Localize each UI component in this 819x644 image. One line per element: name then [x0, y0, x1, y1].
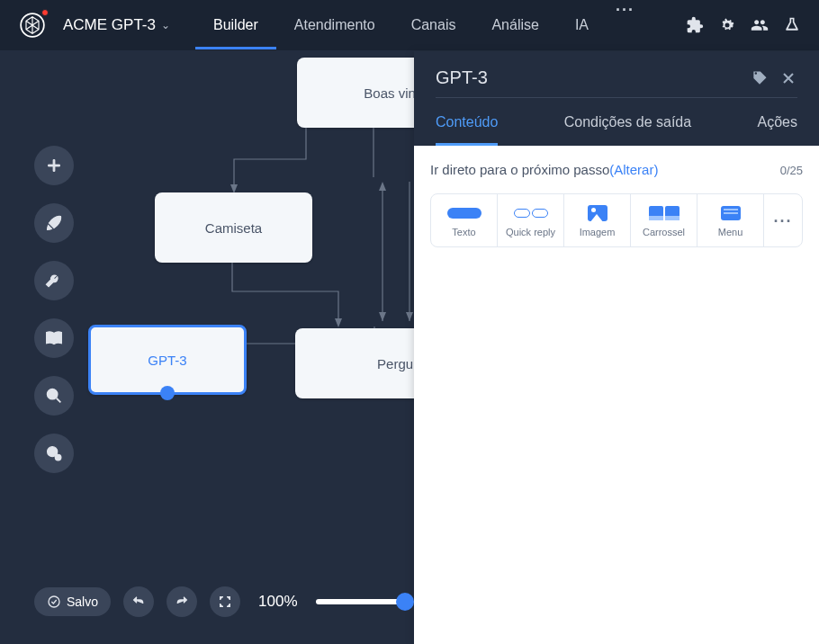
- globe-button[interactable]: [34, 434, 74, 473]
- zoom-slider[interactable]: [316, 599, 406, 604]
- ctype-label: Carrossel: [643, 227, 685, 237]
- ctype-quickreply[interactable]: Quick reply: [498, 194, 564, 246]
- skip-step-row: Ir direto para o próximo passo (Alterar)…: [414, 162, 819, 188]
- wrench-icon: [44, 271, 64, 291]
- nav-tab-ia[interactable]: IA: [557, 1, 607, 49]
- close-icon[interactable]: [779, 69, 797, 87]
- nav-more-button[interactable]: ···: [607, 1, 644, 49]
- nav-tab-builder[interactable]: Builder: [195, 1, 276, 49]
- redo-button[interactable]: [166, 586, 197, 617]
- redo-icon: [175, 595, 189, 609]
- rocket-button[interactable]: [34, 203, 74, 243]
- ctype-texto[interactable]: Texto: [431, 194, 498, 246]
- check-circle-icon: [47, 595, 61, 609]
- openai-icon: [20, 13, 45, 38]
- gear-icon[interactable]: [718, 16, 736, 34]
- svg-marker-4: [406, 312, 413, 321]
- carousel-icon: [649, 205, 680, 221]
- node-label: Camiseta: [205, 220, 262, 236]
- search-button[interactable]: [34, 376, 74, 416]
- image-icon: [588, 205, 608, 221]
- nav-tab-atendimento[interactable]: Atendimento: [276, 1, 393, 49]
- undo-icon: [131, 595, 146, 609]
- svg-marker-5: [379, 312, 386, 321]
- flask-icon[interactable]: [783, 16, 801, 34]
- ctype-carrossel[interactable]: Carrossel: [631, 194, 698, 246]
- nav-tabs: Builder Atendimento Canais Análise IA ··…: [195, 1, 644, 49]
- app-title-dropdown[interactable]: ACME GPT-3 ⌄: [63, 16, 170, 34]
- svg-point-10: [54, 219, 57, 221]
- book-icon: [44, 328, 64, 348]
- ctype-imagem[interactable]: Imagem: [564, 194, 631, 246]
- add-node-button[interactable]: [34, 146, 74, 185]
- search-icon: [44, 386, 64, 406]
- save-status[interactable]: Salvo: [34, 587, 111, 616]
- team-icon[interactable]: [751, 16, 769, 34]
- top-navbar: ACME GPT-3 ⌄ Builder Atendimento Canais …: [0, 0, 819, 51]
- text-icon: [447, 205, 482, 221]
- content-type-picker: Texto Quick reply Imagem Carrossel Menu …: [430, 193, 803, 247]
- svg-point-14: [55, 454, 60, 460]
- content-count: 0/25: [780, 164, 803, 177]
- nav-tab-canais[interactable]: Canais: [393, 1, 474, 49]
- tag-icon[interactable]: [751, 69, 769, 87]
- plugin-icon[interactable]: [686, 16, 704, 34]
- panel-tabs: Conteúdo Condições de saída Ações: [436, 114, 797, 146]
- fullscreen-button[interactable]: [210, 586, 240, 617]
- plus-icon: [44, 156, 64, 175]
- node-camiseta[interactable]: Camiseta: [155, 192, 312, 263]
- chevron-down-icon: ⌄: [161, 19, 170, 31]
- panel-tab-exit[interactable]: Condições de saída: [564, 114, 691, 146]
- canvas-toolbar: [34, 146, 74, 473]
- nav-tab-analise[interactable]: Análise: [473, 1, 556, 49]
- wrench-button[interactable]: [34, 261, 74, 300]
- node-gpt3[interactable]: GPT-3: [88, 325, 247, 395]
- svg-marker-6: [379, 182, 386, 191]
- panel-title[interactable]: GPT-3: [436, 67, 740, 88]
- topbar-actions: [686, 16, 801, 34]
- ctype-label: Texto: [452, 227, 475, 237]
- book-button[interactable]: [34, 318, 74, 358]
- svg-marker-8: [335, 318, 342, 327]
- node-editor-panel: GPT-3 Conteúdo Condições de saída Ações …: [414, 51, 819, 644]
- undo-button[interactable]: [123, 586, 154, 617]
- app-title-text: ACME GPT-3: [63, 16, 156, 34]
- svg-point-11: [48, 389, 58, 399]
- node-label: GPT-3: [148, 353, 186, 368]
- quickreply-icon: [514, 205, 548, 221]
- save-label: Salvo: [67, 595, 98, 609]
- alter-link[interactable]: (Alterar): [609, 162, 658, 177]
- app-logo[interactable]: [18, 11, 47, 40]
- panel-header: GPT-3 Conteúdo Condições de saída Ações: [414, 51, 819, 146]
- node-output-handle[interactable]: [160, 386, 175, 400]
- globe-gear-icon: [44, 443, 64, 463]
- panel-tab-actions[interactable]: Ações: [758, 114, 797, 146]
- svg-point-15: [49, 596, 59, 607]
- svg-line-12: [57, 398, 61, 403]
- menu-icon: [721, 205, 741, 221]
- ctype-label: Quick reply: [506, 227, 555, 237]
- canvas-bottom-bar: Salvo 100%: [34, 586, 406, 617]
- ctype-label: Imagem: [580, 227, 616, 237]
- notification-badge: [41, 9, 49, 16]
- zoom-thumb[interactable]: [396, 593, 414, 611]
- skip-text: Ir direto para o próximo passo: [430, 162, 609, 177]
- ctype-menu[interactable]: Menu: [698, 194, 764, 246]
- ctype-label: Menu: [718, 227, 743, 237]
- zoom-level: 100%: [258, 593, 297, 611]
- ctype-more[interactable]: ···: [764, 194, 802, 246]
- panel-tab-content[interactable]: Conteúdo: [436, 114, 498, 146]
- rocket-icon: [44, 213, 64, 233]
- panel-body: Ir direto para o próximo passo (Alterar)…: [414, 146, 819, 644]
- expand-icon: [218, 595, 232, 609]
